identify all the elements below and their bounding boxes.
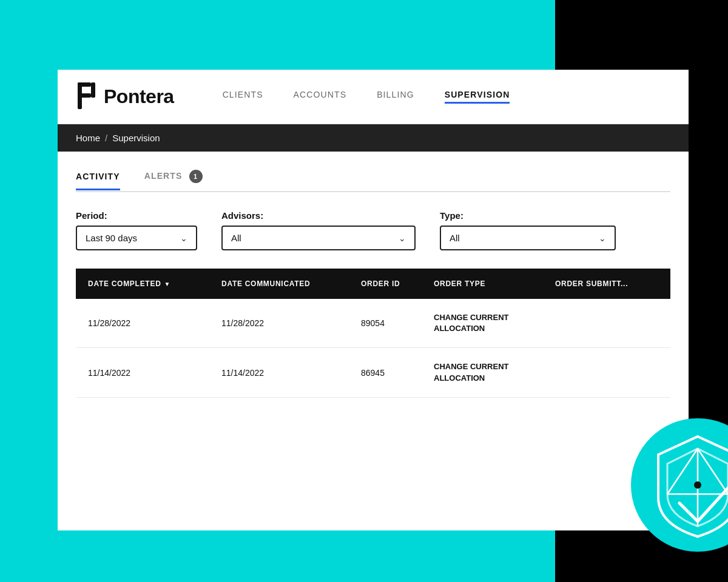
nav-supervision[interactable]: SUPERVISION	[445, 90, 510, 104]
filter-period-label: Period:	[76, 210, 197, 221]
filter-period: Period: Last 90 days ⌄	[76, 210, 197, 250]
bg-decoration-cyan-left	[0, 70, 58, 530]
nav-accounts[interactable]: ACCOUNTS	[294, 90, 347, 104]
cell-date-communicated-2: 11/14/2022	[209, 361, 349, 383]
advisors-dropdown[interactable]: All ⌄	[221, 226, 416, 250]
cell-order-id-2: 86945	[349, 361, 422, 383]
breadcrumb: Home / Supervision	[58, 124, 689, 152]
advisors-chevron-icon: ⌄	[399, 233, 406, 243]
tab-activity[interactable]: ACTIVITY	[76, 172, 120, 190]
nav-clients[interactable]: CLIENTS	[223, 90, 263, 104]
filter-type-label: Type:	[440, 210, 616, 221]
table-row: 11/28/2022 11/28/2022 89054 CHANGE CURRE…	[76, 299, 670, 348]
alerts-badge: 1	[189, 170, 203, 183]
col-order-id[interactable]: ORDER ID	[349, 279, 422, 288]
cell-order-id-1: 89054	[349, 312, 422, 334]
logo-text: Pontera	[104, 85, 174, 108]
advisors-value: All	[231, 233, 241, 243]
svg-point-9	[694, 481, 701, 489]
logo: Pontera	[76, 82, 174, 112]
col-date-completed[interactable]: DATE COMPLETED ▼	[76, 279, 209, 288]
cell-order-type-2: CHANGE CURRENTALLOCATION	[422, 361, 543, 383]
breadcrumb-separator: /	[105, 133, 107, 143]
period-dropdown[interactable]: Last 90 days ⌄	[76, 226, 197, 250]
tab-alerts[interactable]: ALERTS 1	[144, 170, 203, 192]
col-order-submitted[interactable]: ORDER SUBMITT...	[543, 279, 670, 288]
type-chevron-icon: ⌄	[599, 233, 606, 243]
main-card: Pontera CLIENTS ACCOUNTS BILLING SUPERVI…	[58, 70, 689, 530]
cell-order-submitted-2	[543, 361, 670, 383]
cell-date-completed-2: 11/14/2022	[76, 361, 209, 383]
table: DATE COMPLETED ▼ DATE COMMUNICATED ORDER…	[76, 269, 670, 398]
bg-decoration-cyan-topleft	[0, 0, 58, 70]
svg-point-4	[631, 418, 728, 552]
cell-date-completed-1: 11/28/2022	[76, 312, 209, 334]
type-dropdown[interactable]: All ⌄	[440, 226, 616, 250]
bg-decoration-cyan-bottom	[58, 530, 555, 582]
breadcrumb-home[interactable]: Home	[76, 133, 100, 143]
nav-links: CLIENTS ACCOUNTS BILLING SUPERVISION	[223, 90, 670, 104]
col-date-communicated[interactable]: DATE COMMUNICATED	[209, 279, 349, 288]
content-area: ACTIVITY ALERTS 1 Period: Last 90 days ⌄…	[58, 152, 689, 398]
svg-rect-2	[78, 93, 91, 98]
svg-rect-3	[91, 82, 95, 98]
pontera-shield-logo	[631, 418, 728, 552]
bg-decoration-black-topright	[616, 0, 728, 70]
cell-date-communicated-1: 11/28/2022	[209, 312, 349, 334]
logo-icon	[76, 82, 98, 112]
table-header: DATE COMPLETED ▼ DATE COMMUNICATED ORDER…	[76, 269, 670, 299]
nav-bar: Pontera CLIENTS ACCOUNTS BILLING SUPERVI…	[58, 70, 689, 124]
svg-rect-1	[78, 82, 91, 87]
nav-billing[interactable]: BILLING	[377, 90, 414, 104]
filter-type: Type: All ⌄	[440, 210, 616, 250]
sort-icon-date: ▼	[164, 281, 171, 287]
breadcrumb-current: Supervision	[112, 133, 160, 143]
cell-order-submitted-1	[543, 312, 670, 334]
filter-advisors: Advisors: All ⌄	[221, 210, 416, 250]
tabs: ACTIVITY ALERTS 1	[76, 170, 670, 192]
bg-decoration-cyan-bottomleft	[0, 530, 58, 582]
period-chevron-icon: ⌄	[180, 233, 187, 243]
table-row: 11/14/2022 11/14/2022 86945 CHANGE CURRE…	[76, 348, 670, 397]
filter-advisors-label: Advisors:	[221, 210, 416, 221]
type-value: All	[450, 233, 460, 243]
col-order-type[interactable]: ORDER TYPE	[422, 279, 543, 288]
bg-decoration-cyan-top	[58, 0, 555, 70]
filters: Period: Last 90 days ⌄ Advisors: All ⌄ T…	[76, 210, 670, 250]
cell-order-type-1: CHANGE CURRENTALLOCATION	[422, 312, 543, 334]
period-value: Last 90 days	[86, 233, 137, 243]
